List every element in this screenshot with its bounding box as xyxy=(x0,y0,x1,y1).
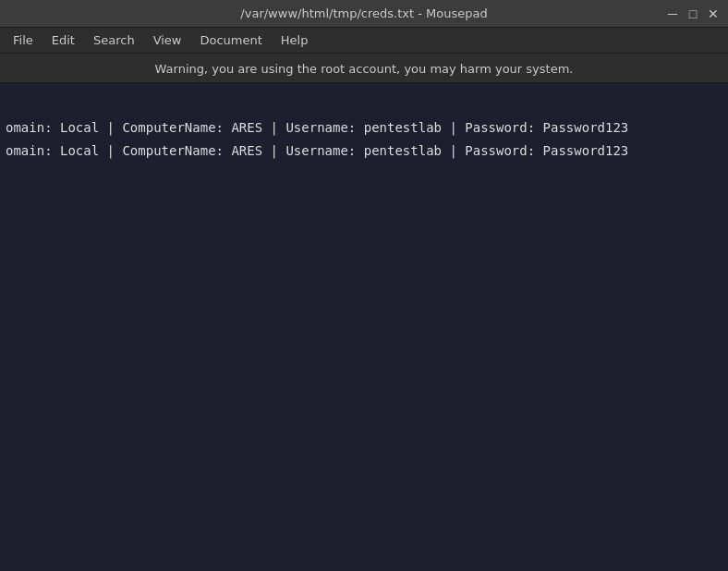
menu-item-help[interactable]: Help xyxy=(272,30,318,51)
warning-bar: Warning, you are using the root account,… xyxy=(0,54,728,83)
maximize-button[interactable]: □ xyxy=(686,6,700,21)
title-bar: /var/www/html/tmp/creds.txt - Mousepad ─… xyxy=(0,0,728,28)
menu-item-document[interactable]: Document xyxy=(190,30,271,51)
menu-item-file[interactable]: File xyxy=(4,30,42,51)
editor-line: omain: Local | ComputerName: ARES | User… xyxy=(0,116,728,140)
menu-item-view[interactable]: View xyxy=(144,30,191,51)
editor-area[interactable]: omain: Local | ComputerName: ARES | User… xyxy=(0,83,728,571)
menu-item-edit[interactable]: Edit xyxy=(42,30,84,51)
minimize-button[interactable]: ─ xyxy=(665,6,680,21)
window-title: /var/www/html/tmp/creds.txt - Mousepad xyxy=(63,6,665,20)
close-button[interactable]: ✕ xyxy=(706,6,721,21)
menu-item-search[interactable]: Search xyxy=(84,30,144,51)
warning-text: Warning, you are using the root account,… xyxy=(155,62,574,76)
editor-line: omain: Local | ComputerName: ARES | User… xyxy=(0,140,728,163)
menu-bar: FileEditSearchViewDocumentHelp xyxy=(0,28,728,54)
editor-content[interactable]: omain: Local | ComputerName: ARES | User… xyxy=(0,83,728,166)
window-controls: ─ □ ✕ xyxy=(665,6,721,21)
